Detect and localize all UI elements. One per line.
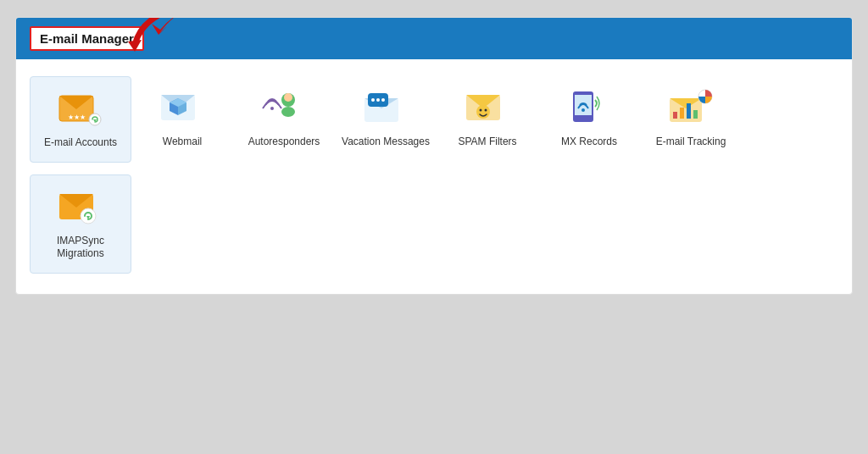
email-tracking-icon [666, 85, 715, 129]
svg-text:★★★: ★★★ [68, 114, 86, 121]
email-tracking-label: E-mail Tracking [656, 136, 726, 149]
mx-records-icon [565, 85, 614, 129]
svg-point-20 [371, 98, 375, 102]
email-tracking-item[interactable]: E-mail Tracking [640, 76, 742, 163]
svg-point-26 [480, 109, 482, 112]
mx-records-item[interactable]: MX Records [538, 76, 640, 163]
page-title: E-mail Manager [30, 26, 144, 51]
email-accounts-label: E-mail Accounts [44, 136, 117, 150]
autoresponders-icon [259, 85, 309, 129]
header-bar: E-mail Manager [16, 18, 852, 59]
webmail-item[interactable]: Webmail [131, 76, 233, 163]
svg-point-30 [581, 108, 585, 112]
svg-point-21 [376, 98, 380, 102]
webmail-icon [158, 85, 207, 129]
autoresponders-label: Autoresponders [248, 136, 320, 149]
svg-point-15 [281, 107, 295, 117]
spam-filters-item[interactable]: SPAM Filters [437, 76, 538, 163]
spam-filters-icon [463, 85, 512, 129]
imapsync-label: IMAPSync Migrations [57, 235, 104, 261]
imapsync-item[interactable]: IMAPSync Migrations [30, 174, 131, 274]
icons-row-1: ★★★ E-mail Accounts [16, 59, 852, 174]
email-accounts-icon: ★★★ [56, 86, 105, 130]
imapsync-icon [56, 184, 105, 228]
vacation-messages-item[interactable]: Vacation Messages [335, 76, 437, 163]
spam-filters-label: SPAM Filters [458, 136, 516, 149]
svg-rect-33 [673, 112, 677, 119]
email-accounts-item[interactable]: ★★★ E-mail Accounts [30, 76, 131, 163]
vacation-messages-label: Vacation Messages [342, 136, 430, 149]
email-manager-panel: E-mail Manager ★★★ [15, 17, 853, 295]
svg-point-27 [485, 109, 487, 112]
svg-rect-35 [687, 103, 691, 119]
svg-rect-36 [693, 110, 698, 119]
webmail-label: Webmail [163, 136, 202, 149]
vacation-messages-icon [361, 85, 410, 129]
mx-records-label: MX Records [561, 136, 617, 149]
svg-point-22 [381, 98, 385, 102]
svg-point-13 [284, 93, 292, 102]
svg-point-14 [270, 107, 274, 110]
icons-row-2: IMAPSync Migrations [16, 174, 852, 294]
autoresponders-item[interactable]: Autoresponders [233, 76, 335, 163]
svg-rect-34 [680, 108, 684, 119]
